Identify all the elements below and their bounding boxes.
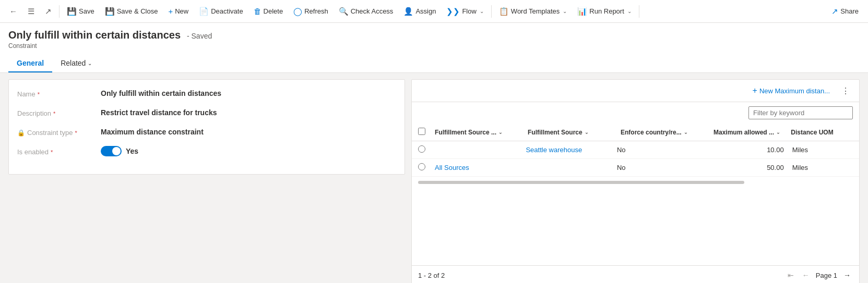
tab-related-label: Related	[61, 59, 86, 67]
row2-fulfillment-src-name: All Sources	[435, 164, 526, 171]
separator-2	[491, 5, 492, 18]
row1-fulfillment-src-name	[435, 146, 526, 154]
name-required: *	[38, 91, 40, 97]
grid-footer: 1 - 2 of 2 ⇤ ← Page 1 →	[412, 265, 859, 283]
is-enabled-toggle-label: Yes	[126, 147, 138, 155]
name-label: Name *	[17, 88, 101, 98]
col-header-max-allowed[interactable]: Maximum allowed ... ⌄	[714, 129, 791, 136]
col-header-distance-uom: Distance UOM	[791, 129, 853, 136]
is-enabled-label: Is enabled *	[17, 146, 101, 156]
is-enabled-toggle[interactable]	[101, 146, 122, 156]
record-count: 1 - 2 of 2	[418, 272, 445, 279]
deactivate-icon: 📄	[199, 7, 209, 16]
flow-icon: ❯❯	[446, 7, 460, 16]
row2-fulfillment-src-link[interactable]: All Sources	[435, 164, 469, 171]
check-access-icon: 🔍	[339, 7, 349, 16]
row2-radio[interactable]	[418, 163, 425, 170]
grid-new-button[interactable]: + New Maximum distan...	[748, 84, 834, 97]
is-enabled-required: *	[51, 149, 53, 155]
page-header: Only fulfill within certain distances - …	[0, 23, 868, 73]
col-header-fulfillment-src-name[interactable]: Fulfillment Source ... ⌄	[435, 129, 528, 136]
row1-fulfillment-link[interactable]: Seattle warehouse	[526, 146, 582, 154]
select-all-checkbox[interactable]	[418, 128, 425, 135]
save-close-icon: 💾	[105, 7, 115, 16]
lock-icon: 🔒	[17, 129, 25, 137]
delete-button[interactable]: 🗑 Delete	[248, 4, 289, 19]
form-panel: Name * Only fulfill within certain dista…	[8, 79, 405, 175]
tab-bar: General Related ⌄	[8, 55, 860, 72]
form-row-description: Description * Restrict travel distance f…	[17, 107, 396, 117]
toolbar: ← ☰ ↗ 💾 Save 💾 Save & Close + New 📄 Deac…	[0, 0, 868, 23]
page-prev-button[interactable]: ←	[800, 270, 812, 280]
table-row: All Sources No 50.00 Miles	[412, 159, 859, 177]
flow-button[interactable]: ❯❯ Flow ⌄	[441, 4, 489, 19]
row1-radio[interactable]	[418, 145, 425, 153]
col-header-enforce[interactable]: Enforce country/re... ⌄	[621, 129, 714, 136]
table-row: Seattle warehouse No 10.00 Miles	[412, 141, 859, 159]
check-access-button[interactable]: 🔍 Check Access	[334, 4, 399, 19]
word-templates-icon: 📋	[499, 7, 509, 16]
constraint-type-required: *	[75, 130, 77, 136]
name-value: Only fulfill within certain distances	[101, 88, 396, 97]
description-value: Restrict travel distance for trucks	[101, 107, 396, 117]
col-chevron-4: ⌄	[776, 130, 780, 135]
new-button[interactable]: + New	[163, 4, 194, 19]
deactivate-button[interactable]: 📄 Deactivate	[194, 4, 248, 19]
assign-icon: 👤	[403, 7, 413, 16]
assign-button[interactable]: 👤 Assign	[398, 4, 441, 19]
run-report-chevron: ⌄	[627, 8, 632, 14]
save-button[interactable]: 💾 Save	[62, 4, 100, 19]
run-report-icon: 📊	[577, 7, 587, 16]
page-subtitle: Constraint	[8, 42, 860, 50]
row1-max-allowed: 10.00	[708, 146, 792, 154]
row1-fulfillment-src: Seattle warehouse	[526, 146, 616, 154]
row2-check	[418, 163, 435, 172]
col-chevron-3: ⌄	[684, 130, 688, 135]
refresh-button[interactable]: ◯ Refresh	[288, 4, 334, 19]
share-button[interactable]: ↗ Share	[826, 4, 864, 19]
grid-toolbar: + New Maximum distan... ⋮	[412, 80, 859, 102]
refresh-icon: ◯	[293, 7, 302, 16]
form-row-constraint-type: 🔒 Constraint type * Maximum distance con…	[17, 127, 396, 137]
tab-related-chevron: ⌄	[88, 60, 92, 66]
row2-enforce: No	[617, 164, 708, 171]
save-icon: 💾	[67, 7, 77, 16]
page-next-button[interactable]: →	[841, 270, 853, 280]
delete-icon: 🗑	[254, 7, 261, 16]
filter-row	[412, 102, 859, 124]
form-row-name: Name * Only fulfill within certain dista…	[17, 88, 396, 98]
pagination: ⇤ ← Page 1 →	[786, 270, 853, 280]
back-button[interactable]: ←	[4, 4, 22, 19]
separator-3	[639, 5, 639, 18]
constraint-type-value: Maximum distance constraint	[101, 127, 396, 136]
tab-general[interactable]: General	[8, 55, 52, 72]
restore-icon: ↗	[45, 7, 52, 16]
form-row-is-enabled: Is enabled * Yes	[17, 146, 396, 156]
row1-distance-uom: Miles	[792, 146, 853, 154]
constraint-type-label: 🔒 Constraint type *	[17, 127, 101, 137]
col-header-fulfillment-src[interactable]: Fulfillment Source ⌄	[528, 129, 621, 136]
col-check-header	[418, 128, 435, 137]
col-chevron-2: ⌄	[585, 130, 589, 135]
col-chevron-1: ⌄	[498, 130, 503, 135]
description-required: *	[53, 110, 55, 117]
word-templates-button[interactable]: 📋 Word Templates ⌄	[494, 4, 572, 19]
scrollbar-thumb[interactable]	[418, 181, 744, 184]
flow-chevron: ⌄	[480, 8, 484, 14]
history-button[interactable]: ☰	[22, 4, 40, 19]
run-report-button[interactable]: 📊 Run Report ⌄	[572, 4, 636, 19]
page-saved-status: - Saved	[187, 32, 212, 40]
grid-panel: + New Maximum distan... ⋮ Fulfillment So…	[411, 79, 860, 283]
page-first-button[interactable]: ⇤	[786, 270, 796, 280]
restore-button[interactable]: ↗	[40, 4, 57, 19]
page-label: Page 1	[816, 272, 837, 279]
grid-header-row: Fulfillment Source ... ⌄ Fulfillment Sou…	[412, 124, 859, 141]
save-close-button[interactable]: 💾 Save & Close	[100, 4, 163, 19]
filter-input[interactable]	[748, 106, 853, 119]
row1-enforce: No	[617, 146, 708, 154]
scrollbar-track	[418, 181, 853, 184]
tab-related[interactable]: Related ⌄	[52, 55, 100, 72]
row1-check	[418, 145, 435, 154]
grid-more-button[interactable]: ⋮	[838, 85, 853, 97]
row2-fulfillment-src	[526, 164, 616, 171]
